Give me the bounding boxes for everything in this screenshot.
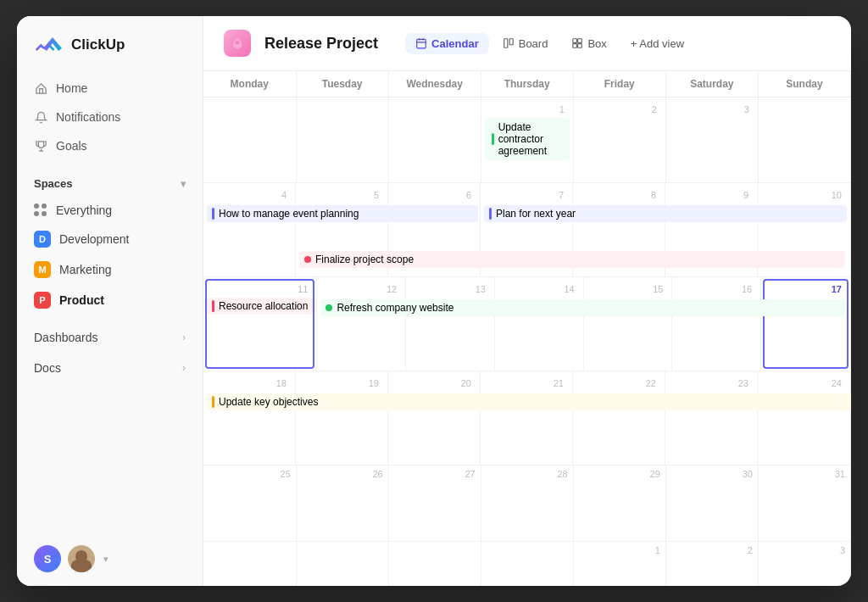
tab-board[interactable]: Board xyxy=(492,33,559,54)
day-header-wednesday: Wednesday xyxy=(388,71,481,98)
day-cell[interactable]: 28 xyxy=(481,465,573,542)
day-cell[interactable]: 24 xyxy=(758,371,850,465)
sidebar-footer: S ▾ xyxy=(17,532,203,586)
day-cell[interactable] xyxy=(388,98,481,183)
day-cell[interactable] xyxy=(296,542,388,587)
svg-rect-10 xyxy=(578,44,582,48)
sidebar-item-goals[interactable]: Goals xyxy=(17,131,203,160)
clickup-icon xyxy=(41,33,64,57)
product-badge: P xyxy=(34,292,51,309)
day-header-saturday: Saturday xyxy=(665,71,758,98)
day-number xyxy=(203,98,296,103)
footer-chevron-icon[interactable]: ▾ xyxy=(103,554,108,565)
svg-point-0 xyxy=(236,41,239,44)
calendar-header-row: Monday Tuesday Wednesday Thursday Friday… xyxy=(203,71,851,98)
sidebar-item-docs[interactable]: Docs › xyxy=(17,353,203,383)
day-cell[interactable]: 18 Update key objectives xyxy=(203,371,296,465)
sidebar-item-notifications[interactable]: Notifications xyxy=(17,103,203,131)
day-number xyxy=(389,98,481,103)
day-cell[interactable]: 1 xyxy=(573,542,665,587)
day-cell[interactable]: 29 xyxy=(573,465,665,542)
day-cell[interactable]: 5 Finalize project scope xyxy=(296,183,388,276)
day-cell-selected[interactable]: 17 xyxy=(761,277,850,371)
day-cell[interactable]: 31 xyxy=(758,465,850,542)
day-number: 12 xyxy=(320,281,402,296)
calendar-week-2: 4 How to manage event planning xyxy=(203,183,851,277)
sidebar-item-product[interactable]: P Product xyxy=(17,285,203,315)
day-cell[interactable]: 21 xyxy=(481,371,573,465)
event-bar[interactable]: Update contractor agreement xyxy=(485,118,570,160)
day-cell[interactable]: 4 How to manage event planning xyxy=(203,183,296,276)
day-cell[interactable]: 10 xyxy=(758,183,850,276)
day-cell[interactable]: 11 Resource allocation xyxy=(203,277,317,371)
day-number: 29 xyxy=(574,465,665,481)
day-number xyxy=(297,98,388,103)
event-bar[interactable]: Resource allocation xyxy=(207,298,313,315)
day-cell[interactable]: 12 Refresh company website xyxy=(317,277,406,371)
day-cell[interactable]: 30 xyxy=(665,465,758,542)
sidebar-item-marketing[interactable]: M Marketing xyxy=(17,254,203,285)
sidebar-item-everything[interactable]: Everything xyxy=(17,197,203,224)
day-cell[interactable]: 19 xyxy=(296,371,388,465)
day-header-monday: Monday xyxy=(203,71,296,98)
day-cell[interactable]: 15 xyxy=(584,277,673,371)
bottom-sections: Dashboards › Docs › xyxy=(17,322,203,383)
tab-calendar[interactable]: Calendar xyxy=(405,33,489,54)
avatar-s[interactable]: S xyxy=(34,545,61,572)
marketing-badge: M xyxy=(34,261,51,278)
day-cell[interactable]: 7 Plan for next year xyxy=(481,183,573,276)
day-number xyxy=(762,101,847,106)
day-number: 5 xyxy=(299,187,384,202)
day-number: 1 xyxy=(485,101,570,116)
day-cell[interactable]: 20 xyxy=(388,371,481,465)
day-cell[interactable]: 14 xyxy=(495,277,584,371)
board-icon xyxy=(503,37,515,49)
day-number: 2 xyxy=(666,542,758,557)
sidebar-item-home[interactable]: Home xyxy=(17,74,203,103)
day-cell[interactable] xyxy=(296,98,388,183)
tab-box[interactable]: Box xyxy=(561,33,616,54)
day-cell[interactable] xyxy=(203,98,296,183)
day-number: 4 xyxy=(207,187,292,202)
svg-rect-5 xyxy=(504,39,507,48)
add-view-button[interactable]: + Add view xyxy=(620,33,694,54)
calendar-week-6: 1 2 3 xyxy=(203,542,851,587)
day-cell[interactable]: 6 xyxy=(388,183,481,276)
development-label: Development xyxy=(59,232,130,246)
day-number: 13 xyxy=(409,281,491,296)
day-number: 27 xyxy=(389,465,481,481)
sidebar-item-dashboards[interactable]: Dashboards › xyxy=(17,322,203,353)
day-number: 3 xyxy=(670,101,754,116)
svg-rect-8 xyxy=(578,39,582,43)
day-cell[interactable]: 26 xyxy=(296,465,388,542)
day-cell[interactable]: 23 xyxy=(665,371,758,465)
day-number: 28 xyxy=(481,465,573,481)
day-number: 31 xyxy=(759,465,850,481)
day-cell[interactable] xyxy=(388,542,481,587)
day-cell[interactable] xyxy=(203,542,296,587)
event-accent xyxy=(492,133,494,145)
event-label: Resource allocation xyxy=(219,300,308,312)
day-cell[interactable]: 8 xyxy=(573,183,665,276)
day-cell[interactable]: 16 xyxy=(672,277,761,371)
day-cell[interactable]: 22 xyxy=(573,371,665,465)
day-cell[interactable] xyxy=(481,542,573,587)
event-label: Update contractor agreement xyxy=(498,121,563,157)
goals-label: Goals xyxy=(56,139,87,153)
day-number: 24 xyxy=(761,375,847,390)
day-cell[interactable]: 3 xyxy=(758,542,850,587)
marketing-label: Marketing xyxy=(59,263,111,276)
day-cell[interactable]: 2 xyxy=(665,542,758,587)
day-cell[interactable]: 25 xyxy=(203,465,296,542)
project-icon xyxy=(224,30,251,57)
day-cell[interactable]: 27 xyxy=(388,465,481,542)
avatar-photo[interactable] xyxy=(68,545,95,572)
spaces-chevron-icon[interactable]: ▾ xyxy=(181,178,186,190)
day-cell[interactable]: 13 xyxy=(406,277,495,371)
grid-icon xyxy=(34,203,47,217)
sidebar-nav: Home Notifications Goals xyxy=(17,70,203,164)
sidebar-item-development[interactable]: D Development xyxy=(17,224,203,254)
svg-rect-7 xyxy=(573,39,577,43)
day-number: 22 xyxy=(576,375,661,390)
day-cell[interactable]: 9 xyxy=(665,183,758,276)
